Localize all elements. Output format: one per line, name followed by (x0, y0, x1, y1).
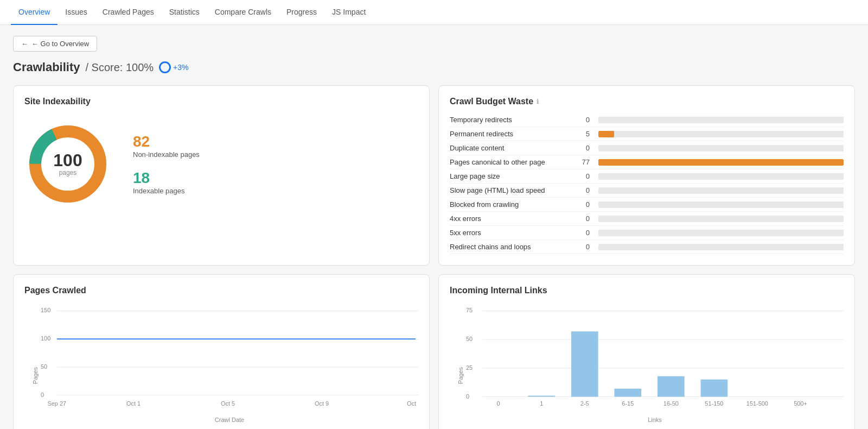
nav-progress[interactable]: Progress (279, 0, 324, 25)
bar-1 (528, 396, 555, 397)
incoming-links-x-label: Links (466, 417, 844, 423)
incoming-links-title: Incoming Internal Links (450, 286, 844, 295)
svg-text:500+: 500+ (794, 400, 807, 407)
pages-crawled-title: Pages Crawled (24, 286, 418, 295)
budget-row-label: Temporary redirects (450, 116, 569, 124)
budget-bar-container (598, 230, 844, 236)
pages-crawled-chart-container: Pages 150 100 50 0 Sep 27 Oct 1 (24, 304, 418, 423)
budget-bar-container (598, 216, 844, 222)
info-icon[interactable]: ℹ (537, 98, 539, 105)
score-delta: +3% (173, 63, 188, 72)
budget-row: Redirect chains and loops 0 (450, 240, 844, 254)
budget-row: Blocked from crawling 0 (450, 198, 844, 212)
budget-row-count: 0 (573, 200, 590, 209)
bar-2-5 (571, 331, 598, 396)
budget-row-count: 0 (573, 172, 590, 180)
budget-row: 5xx errors 0 (450, 226, 844, 240)
bar-51-150 (701, 380, 728, 397)
incoming-links-y-label: Pages (457, 367, 464, 384)
bottom-cards-grid: Pages Crawled Pages 150 100 50 0 (13, 274, 855, 429)
budget-row-label: Blocked from crawling (450, 200, 569, 209)
budget-bar-container (598, 117, 844, 123)
indexable-value: 18 (133, 169, 200, 187)
budget-row-label: Duplicate content (450, 144, 569, 152)
budget-row: Slow page (HTML) load speed 0 (450, 184, 844, 198)
budget-bar-container (598, 159, 844, 166)
svg-text:151-500: 151-500 (746, 400, 768, 407)
budget-row-label: 5xx errors (450, 229, 569, 237)
budget-row-count: 0 (573, 186, 590, 194)
svg-text:1: 1 (540, 400, 543, 407)
score-badge: +3% (159, 61, 188, 73)
back-arrow-icon: ← (21, 40, 28, 48)
donut-label: pages (53, 169, 82, 176)
svg-text:2-5: 2-5 (580, 400, 589, 407)
page-title: Crawlability (13, 60, 80, 74)
score-circle-icon (159, 61, 171, 73)
svg-text:Oct 5: Oct 5 (221, 400, 235, 407)
svg-text:Oct 9: Oct 9 (315, 400, 329, 407)
non-indexable-label: Non-indexable pages (133, 150, 200, 159)
non-indexable-stat: 82 Non-indexable pages (133, 133, 200, 159)
budget-row-label: Large page size (450, 172, 569, 180)
incoming-links-chart-container: Pages 75 50 25 0 (450, 304, 844, 423)
top-cards-grid: Site Indexability 100 pages (13, 85, 855, 266)
indexable-stat: 18 Indexable pages (133, 169, 200, 195)
y-tick-50: 50 (41, 363, 47, 370)
budget-bar-container (598, 145, 844, 152)
nav-compare-crawls[interactable]: Compare Crawls (207, 0, 279, 25)
svg-text:Oct 13: Oct 13 (407, 400, 418, 407)
budget-row-label: Pages canonical to other page (450, 158, 569, 166)
budget-row-label: Permanent redirects (450, 130, 569, 138)
budget-row-count: 5 (573, 130, 590, 138)
budget-row: Pages canonical to other page 77 (450, 155, 844, 169)
budget-row-count: 77 (573, 158, 590, 166)
y-tick-100: 100 (41, 335, 50, 342)
budget-row-count: 0 (573, 116, 590, 124)
indexability-stats: 82 Non-indexable pages 18 Indexable page… (133, 133, 200, 195)
donut-center: 100 pages (53, 152, 82, 176)
budget-row-count: 0 (573, 214, 590, 223)
main-content: ← ← Go to Overview Crawlability / Score:… (0, 25, 868, 429)
bar-6-15 (614, 389, 641, 397)
svg-text:25: 25 (466, 364, 473, 371)
crawl-budget-title: Crawl Budget Waste (450, 97, 533, 106)
budget-row-label: Redirect chains and loops (450, 243, 569, 251)
svg-text:50: 50 (466, 336, 473, 342)
site-indexability-card: Site Indexability 100 pages (13, 85, 430, 266)
nav-crawled-pages[interactable]: Crawled Pages (95, 0, 162, 25)
crawl-budget-card: Crawl Budget Waste ℹ Temporary redirects… (438, 85, 855, 266)
donut-chart: 100 pages (24, 121, 111, 207)
svg-text:0: 0 (466, 393, 469, 400)
budget-bar-fill (598, 159, 844, 166)
pages-crawled-svg: 150 100 50 0 Sep 27 Oct 1 Oct 5 Oct 9 (41, 304, 418, 413)
svg-text:16-50: 16-50 (663, 400, 679, 407)
nav-statistics[interactable]: Statistics (162, 0, 207, 25)
top-navigation: Overview Issues Crawled Pages Statistics… (0, 0, 868, 25)
budget-bar-container (598, 201, 844, 208)
back-to-overview-button[interactable]: ← ← Go to Overview (13, 36, 97, 52)
back-button-label: ← Go to Overview (31, 40, 89, 48)
nav-overview[interactable]: Overview (11, 0, 58, 25)
budget-bar-fill (598, 131, 614, 137)
budget-row-label: 4xx errors (450, 214, 569, 223)
budget-row-count: 0 (573, 229, 590, 237)
indexable-label: Indexable pages (133, 187, 200, 195)
incoming-links-svg: 75 50 25 0 (466, 304, 844, 413)
svg-text:Oct 1: Oct 1 (126, 400, 141, 407)
budget-rows: Temporary redirects 0 Permanent redirect… (450, 113, 844, 254)
budget-bar-container (598, 131, 844, 137)
indexability-body: 100 pages 82 Non-indexable pages 18 Inde… (24, 115, 418, 213)
y-tick-150: 150 (41, 307, 50, 313)
nav-js-impact[interactable]: JS Impact (324, 0, 373, 25)
svg-text:6-15: 6-15 (622, 400, 634, 407)
incoming-links-card: Incoming Internal Links Pages 75 50 25 0 (438, 274, 855, 429)
pages-crawled-card: Pages Crawled Pages 150 100 50 0 (13, 274, 430, 429)
budget-row-count: 0 (573, 144, 590, 152)
budget-row: 4xx errors 0 (450, 212, 844, 226)
budget-row-label: Slow page (HTML) load speed (450, 186, 569, 194)
budget-bar-container (598, 187, 844, 194)
page-title-row: Crawlability / Score: 100% +3% (13, 60, 855, 74)
donut-total: 100 (53, 152, 82, 169)
nav-issues[interactable]: Issues (58, 0, 94, 25)
